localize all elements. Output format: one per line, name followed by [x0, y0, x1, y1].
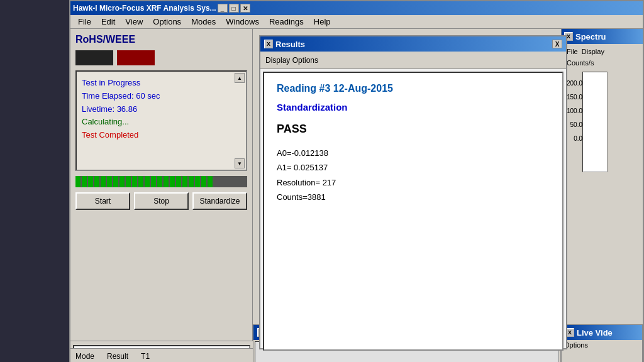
progress-segment	[164, 176, 169, 187]
progress-segment	[145, 176, 150, 187]
bottom-label-row: Mode Result T1	[70, 348, 253, 362]
y-label-50: 50.0	[570, 118, 582, 132]
progress-segment	[170, 176, 175, 187]
resolution-value: Resolution= 217	[277, 175, 550, 190]
y-axis-labels: 200.0 150.0 100.0 50.0 0.0	[567, 77, 582, 172]
a0-value: A0=-0.012138	[277, 146, 550, 160]
t1-label: T1	[141, 352, 150, 361]
progress-segment	[75, 176, 80, 187]
progress-segment	[113, 176, 118, 187]
standardize-button[interactable]: Standardize	[192, 192, 247, 210]
standardization-label: Standardization	[277, 102, 550, 112]
spectrum-menu: File Display	[564, 47, 640, 57]
spectrum-content: File Display Counts/s 200.0 150.0 100.0 …	[562, 44, 643, 177]
status-test-in-progress: Test in Progress	[82, 77, 241, 90]
content-area: RoHS/WEEE ▲ Test in Progress Time Elapse…	[70, 29, 643, 362]
scroll-up-arrow[interactable]: ▲	[235, 73, 245, 83]
color-box-red	[117, 50, 155, 65]
counts-value: Counts=3881	[277, 190, 550, 204]
close-button[interactable]: ✕	[240, 4, 250, 13]
live-video-title-bar: X Live Vide	[562, 325, 642, 340]
menu-file[interactable]: File	[73, 16, 96, 28]
color-boxes	[75, 50, 247, 65]
progress-segment	[88, 176, 93, 187]
pass-label: PASS	[277, 123, 550, 136]
reading-header: Reading #3 12-Aug-2015	[277, 83, 550, 94]
minimize-button[interactable]: _	[218, 4, 228, 13]
app-title: Hawk-I Micro-Focus XRF Analysis Sys...	[73, 4, 216, 13]
status-panel: ▲ Test in Progress Time Elapsed: 60 sec …	[75, 70, 247, 171]
a1-value: A1= 0.025137	[277, 160, 550, 175]
live-video-options-label: Options	[562, 340, 642, 350]
display-options-label: Display Options	[265, 56, 318, 65]
results-content: Reading #3 12-Aug-2015 Standardization P…	[263, 72, 564, 351]
menu-bar: File Edit View Options Modes Windows Rea…	[70, 15, 643, 29]
spectrum-display-label: Display	[582, 48, 604, 55]
live-video-title: Live Vide	[577, 328, 613, 337]
results-title: Results	[275, 40, 305, 49]
progress-segment	[82, 176, 87, 187]
display-options-bar: Display Options	[260, 52, 566, 69]
results-close-button[interactable]: X	[552, 40, 562, 48]
menu-edit[interactable]: Edit	[96, 16, 120, 28]
progress-bar-inner	[75, 176, 247, 187]
y-label-100: 100.0	[567, 104, 582, 118]
progress-segment	[126, 176, 131, 187]
y-label-150: 150.0	[567, 90, 582, 104]
progress-segment	[208, 176, 213, 187]
progress-segment	[182, 176, 187, 187]
progress-segment	[138, 176, 143, 187]
progress-segment	[195, 176, 200, 187]
menu-view[interactable]: View	[120, 16, 148, 28]
progress-bar	[75, 176, 247, 187]
left-panel: RoHS/WEEE ▲ Test in Progress Time Elapse…	[70, 29, 253, 362]
stop-button[interactable]: Stop	[134, 192, 189, 210]
progress-segment	[189, 176, 194, 187]
spectrum-panel: X Spectru File Display Counts/s 200.0 15…	[561, 29, 643, 337]
progress-segment	[119, 176, 125, 187]
live-video-panel: X Live Vide Options	[561, 324, 643, 362]
scroll-down-arrow[interactable]: ▼	[235, 158, 245, 168]
desktop: Hawk-I Micro-Focus XRF Analysis Sys... _…	[0, 0, 644, 362]
panel-title: RoHS/WEEE	[75, 34, 247, 45]
results-dialog: X Results X Display Options Reading #3 1…	[259, 35, 567, 349]
progress-segment	[157, 176, 162, 187]
spectrum-graph-area: 200.0 150.0 100.0 50.0 0.0	[564, 69, 640, 175]
progress-segment	[94, 176, 99, 187]
results-x-icon: X	[264, 40, 273, 48]
maximize-button[interactable]: □	[229, 4, 239, 13]
progress-segment	[176, 176, 181, 187]
menu-help[interactable]: Help	[309, 16, 336, 28]
spectrum-bar-container	[582, 72, 608, 172]
main-window: Hawk-I Micro-Focus XRF Analysis Sys... _…	[69, 0, 644, 362]
result-label: Result	[107, 352, 128, 361]
color-box-dark	[75, 50, 113, 65]
status-calculating: Calculating...	[82, 116, 241, 129]
menu-windows[interactable]: Windows	[221, 16, 264, 28]
counts-label: Counts/s	[564, 57, 640, 69]
y-label-200: 200.0	[567, 77, 582, 90]
spectrum-title-bar: X Spectru	[562, 29, 643, 44]
spectrum-file-label: File	[567, 48, 578, 55]
results-title-bar: X Results X	[260, 36, 566, 52]
progress-segment	[132, 176, 137, 187]
start-button[interactable]: Start	[75, 192, 130, 210]
spectrum-title: Spectru	[575, 32, 606, 41]
progress-segment	[107, 176, 112, 187]
menu-modes[interactable]: Modes	[186, 16, 221, 28]
status-livetime: Livetime: 36.86	[82, 103, 241, 116]
result-data: A0=-0.012138 A1= 0.025137 Resolution= 21…	[277, 146, 550, 205]
y-label-0: 0.0	[574, 132, 582, 146]
progress-segment	[201, 176, 206, 187]
menu-readings[interactable]: Readings	[264, 16, 309, 28]
button-row: Start Stop Standardize	[75, 192, 247, 210]
menu-options[interactable]: Options	[148, 16, 186, 28]
status-test-completed: Test Completed	[82, 129, 241, 142]
progress-segment	[151, 176, 156, 187]
status-time-elapsed: Time Elapsed: 60 sec	[82, 90, 241, 103]
title-bar: Hawk-I Micro-Focus XRF Analysis Sys... _…	[70, 1, 643, 15]
progress-segment	[101, 176, 106, 187]
mode-label: Mode	[75, 352, 94, 361]
